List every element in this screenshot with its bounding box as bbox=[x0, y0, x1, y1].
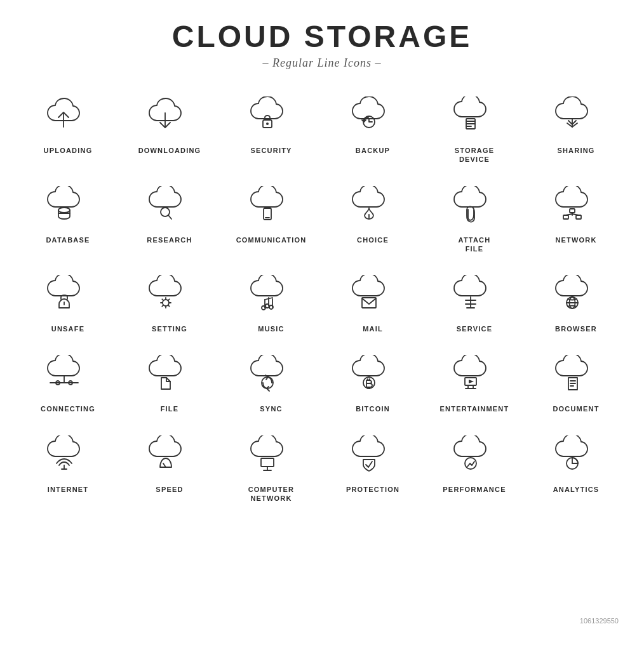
downloading-label: DOWNLOADING bbox=[138, 146, 201, 155]
icon-music: MUSIC bbox=[220, 267, 322, 341]
icon-bitcoin: BITCOIN bbox=[322, 347, 424, 421]
icon-attach-file: ATTACHFILE bbox=[424, 178, 525, 262]
icon-sharing: SHARING bbox=[525, 89, 627, 172]
icon-database: DATABASE bbox=[17, 178, 119, 262]
svg-marker-52 bbox=[469, 380, 474, 383]
document-label: DOCUMENT bbox=[553, 404, 599, 413]
setting-label: SETTING bbox=[152, 324, 187, 333]
icon-entertainment: ENTERTAINMENT bbox=[424, 347, 525, 421]
bitcoin-label: BITCOIN bbox=[356, 404, 390, 413]
protection-label: PROTECTION bbox=[346, 485, 399, 494]
svg-line-62 bbox=[163, 463, 166, 467]
icon-speed: SPEED bbox=[119, 428, 220, 511]
svg-line-24 bbox=[572, 214, 579, 215]
music-label: MUSIC bbox=[258, 324, 284, 333]
mail-label: MAIL bbox=[363, 324, 383, 333]
svg-point-12 bbox=[58, 208, 70, 213]
backup-label: BACKUP bbox=[356, 146, 390, 155]
icon-research: RESEARCH bbox=[119, 178, 220, 262]
file-label: FILE bbox=[161, 404, 179, 413]
icon-uploading: UPLOADING bbox=[17, 89, 119, 172]
icon-internet: INTERNET bbox=[17, 428, 119, 511]
svg-point-32 bbox=[265, 304, 269, 308]
icon-document: DOCUMENT bbox=[525, 347, 627, 421]
svg-point-33 bbox=[269, 305, 273, 309]
speed-label: SPEED bbox=[156, 485, 183, 494]
computer-network-label: COMPUTERNETWORK bbox=[248, 485, 295, 503]
research-label: RESEARCH bbox=[147, 235, 192, 244]
network-label: NETWORK bbox=[555, 235, 596, 244]
svg-line-15 bbox=[168, 215, 171, 219]
uploading-label: UPLOADING bbox=[44, 146, 93, 155]
icon-computer-network: COMPUTERNETWORK bbox=[220, 428, 322, 511]
unsafe-label: UNSAFE bbox=[51, 324, 84, 333]
icon-communication: COMMUNICATION bbox=[220, 178, 322, 262]
storage-device-label: STORAGEDEVICE bbox=[455, 146, 495, 164]
communication-label: COMMUNICATION bbox=[236, 235, 307, 244]
page-subtitle: – Regular Line Icons – bbox=[263, 56, 382, 70]
service-label: SERVICE bbox=[457, 324, 493, 333]
icon-choice: CHOICE bbox=[322, 178, 424, 262]
analytics-label: ANALYTICS bbox=[553, 485, 600, 494]
icon-sync: SYNC bbox=[220, 347, 322, 421]
sharing-label: SHARING bbox=[557, 146, 594, 155]
icon-file: FILE bbox=[119, 347, 220, 421]
icon-browser: BROWSER bbox=[525, 267, 627, 341]
svg-point-31 bbox=[262, 306, 265, 310]
icon-storage-device: STORAGEDEVICE bbox=[424, 89, 525, 172]
page-title: CLOUD STORAGE bbox=[172, 19, 472, 54]
icon-performance: PERFORMANCE bbox=[424, 428, 525, 511]
icons-grid: UPLOADING DOWNLOADING SECURITY BACKUP bbox=[17, 89, 627, 510]
choice-label: CHOICE bbox=[357, 235, 389, 244]
icon-network: NETWORK bbox=[525, 178, 627, 262]
entertainment-label: ENTERTAINMENT bbox=[440, 404, 509, 413]
icon-analytics: ANALYTICS bbox=[525, 428, 627, 511]
watermark: 1061329550 bbox=[580, 617, 619, 625]
icon-mail: MAIL bbox=[322, 267, 424, 341]
security-label: SECURITY bbox=[250, 146, 292, 155]
internet-label: INTERNET bbox=[48, 485, 89, 494]
performance-label: PERFORMANCE bbox=[443, 485, 506, 494]
svg-point-3 bbox=[266, 123, 269, 125]
icon-unsafe: UNSAFE bbox=[17, 267, 119, 341]
icon-downloading: DOWNLOADING bbox=[119, 89, 220, 172]
sync-label: SYNC bbox=[260, 404, 282, 413]
connecting-label: CONNECTING bbox=[41, 404, 95, 413]
icon-security: SECURITY bbox=[220, 89, 322, 172]
icon-protection: PROTECTION bbox=[322, 428, 424, 511]
attach-file-label: ATTACHFILE bbox=[459, 235, 491, 254]
icon-setting: SETTING bbox=[119, 267, 220, 341]
icon-backup: BACKUP bbox=[322, 89, 424, 172]
database-label: DATABASE bbox=[46, 235, 90, 244]
svg-rect-34 bbox=[362, 298, 376, 308]
svg-rect-63 bbox=[261, 458, 274, 467]
browser-label: BROWSER bbox=[555, 324, 597, 333]
svg-line-23 bbox=[566, 214, 572, 215]
icon-service: SERVICE bbox=[424, 267, 525, 341]
icon-connecting: CONNECTING bbox=[17, 347, 119, 421]
